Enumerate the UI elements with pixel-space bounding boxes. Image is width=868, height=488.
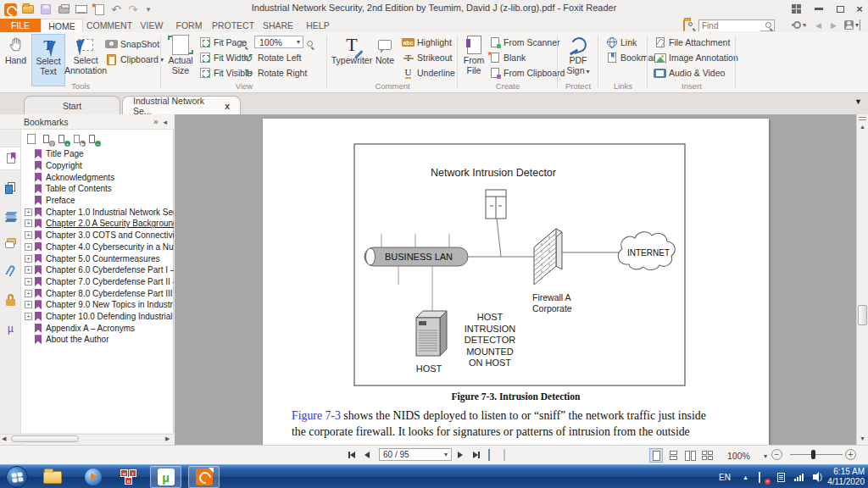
find-bookmark-icon[interactable]: ⚲: [40, 132, 53, 145]
highlight-button[interactable]: abc Highlight: [402, 36, 452, 49]
zoom-options-caret-icon[interactable]: ▾: [764, 452, 767, 460]
typewriter-button[interactable]: T Typewriter: [334, 34, 370, 66]
zoom-combo[interactable]: 100% ▾: [254, 36, 303, 48]
continuous-view-icon[interactable]: [666, 448, 680, 463]
strikeout-button[interactable]: T Strikeout: [402, 51, 452, 64]
bookmark-item[interactable]: +Chapter 9.0 New Topics in Industr: [21, 299, 174, 311]
bookmark-item[interactable]: +Chapter 10.0 Defending Industrial: [21, 311, 174, 323]
bookmark-item[interactable]: +Chapter 7.0 Cyberdefense Part II -: [21, 276, 174, 288]
taskbar-unikey-button[interactable]: u i n: [114, 466, 144, 488]
bookmark-item[interactable]: +Chapter 1.0 Industrial Network Sec: [21, 206, 174, 218]
link-button[interactable]: Link: [605, 36, 637, 49]
document-tab-close-icon[interactable]: x: [225, 101, 230, 111]
signature-panel-icon[interactable]: µ: [3, 321, 18, 336]
next-view-icon[interactable]: [504, 450, 505, 460]
layers-panel-icon[interactable]: [3, 209, 18, 224]
zoom-in-ribbon-icon[interactable]: [307, 38, 313, 48]
attachments-panel-icon[interactable]: [3, 263, 18, 278]
tab-file[interactable]: FILE: [0, 19, 41, 32]
zoom-slider[interactable]: [790, 454, 843, 455]
language-indicator[interactable]: EN: [719, 465, 731, 488]
bookmark-item[interactable]: +Chapter 4.0 Cybersecurity in a Nut: [21, 241, 174, 253]
bookmark-item[interactable]: +Chapter 5.0 Countermeasures: [21, 252, 174, 264]
next-page-button[interactable]: [458, 452, 463, 458]
scroll-down-icon[interactable]: ▼: [857, 435, 868, 441]
comments-panel-icon[interactable]: [3, 236, 18, 251]
bookmark-item[interactable]: +Chapter 6.0 Cyberdefense Part I –: [21, 264, 174, 276]
tab-protect[interactable]: PROTECT: [210, 19, 256, 32]
clipboard-button[interactable]: Clipboard ▾: [105, 53, 164, 66]
vscroll-thumb[interactable]: [858, 305, 867, 325]
from-file-button[interactable]: From File: [461, 34, 487, 75]
user-account-icon[interactable]: ▾: [844, 20, 859, 30]
bookmark-item[interactable]: Copyright: [21, 160, 174, 172]
bookmark-item[interactable]: +Chapter 8.0 Cyberdefense Part III: [21, 287, 174, 299]
blank-button[interactable]: Blank: [488, 51, 526, 64]
expand-icon[interactable]: +: [25, 255, 32, 263]
expand-icon[interactable]: +: [25, 208, 32, 216]
find-previous-icon[interactable]: ◀: [815, 21, 821, 30]
pages-panel-icon[interactable]: [3, 180, 18, 195]
taskbar-utorrent-button[interactable]: µ: [150, 466, 181, 488]
zoom-out-button[interactable]: −: [771, 449, 782, 460]
hscroll-right-icon[interactable]: ▶: [165, 435, 170, 442]
zoom-out-ribbon-icon[interactable]: [241, 38, 247, 48]
actual-size-button[interactable]: Actual Size: [166, 34, 195, 75]
facing-view-icon[interactable]: [683, 448, 697, 463]
volume-icon[interactable]: ): [811, 465, 822, 488]
underline-button[interactable]: U Underline: [402, 66, 455, 80]
expand-icon[interactable]: +: [25, 243, 32, 251]
bookmark-item[interactable]: Title Page: [21, 148, 174, 160]
close-icon[interactable]: ×: [850, 2, 868, 16]
from-scanner-button[interactable]: From Scanner: [488, 36, 560, 49]
search-folder-icon[interactable]: [683, 20, 685, 30]
bookmark-item-current[interactable]: +Chapter 2.0 A Security Background: [21, 218, 174, 230]
panel-expand-icon[interactable]: »: [153, 117, 159, 126]
tab-comment[interactable]: COMMENT: [85, 19, 134, 32]
from-clipboard-button[interactable]: From Clipboard: [488, 66, 565, 80]
expand-icon[interactable]: +: [25, 219, 32, 227]
note-button[interactable]: Note: [371, 34, 398, 66]
find-next-icon[interactable]: ▶: [831, 21, 837, 30]
clock[interactable]: 6:15 AM 4/11/2020: [827, 465, 865, 488]
image-annotation-button[interactable]: Image Annotation: [654, 51, 738, 64]
bookmark-item[interactable]: About the Author: [21, 334, 174, 346]
taskbar-explorer-button[interactable]: [37, 466, 68, 488]
find-search-icon[interactable]: [765, 22, 771, 28]
snapshot-button[interactable]: SnapShot: [105, 37, 159, 51]
bookmark-item[interactable]: Preface: [21, 195, 174, 207]
tab-home[interactable]: HOME: [41, 19, 83, 32]
pdf-sign-button[interactable]: PDF Sign▾: [561, 34, 595, 76]
start-button[interactable]: [6, 466, 28, 488]
bookmarks-panel-icon[interactable]: [3, 151, 18, 165]
taskbar-media-player-button[interactable]: [78, 466, 108, 488]
previous-view-icon[interactable]: [488, 450, 490, 460]
file-attachment-button[interactable]: File Attachment: [654, 36, 730, 49]
collapse-ribbon-icon[interactable]: [860, 20, 860, 30]
restore-icon[interactable]: [831, 2, 849, 16]
expand-icon[interactable]: +: [25, 301, 32, 308]
fit-page-button[interactable]: Fit Page: [198, 36, 247, 49]
security-panel-icon[interactable]: [3, 292, 18, 307]
expand-icon[interactable]: +: [25, 231, 32, 239]
audio-video-button[interactable]: Audio & Video: [654, 66, 725, 80]
rotate-left-button[interactable]: ↺ Rotate Left: [242, 51, 301, 64]
select-text-button[interactable]: T Select Text: [31, 34, 65, 86]
tab-start[interactable]: Start: [24, 96, 120, 114]
collapse-bookmarks-icon[interactable]: −: [86, 132, 98, 145]
tab-document[interactable]: Industrial Network Se... x: [122, 96, 241, 114]
add-bookmark-icon[interactable]: +: [55, 132, 68, 145]
hscroll-thumb[interactable]: [11, 435, 79, 442]
tab-share[interactable]: SHARE: [259, 19, 297, 32]
network-icon[interactable]: [794, 465, 804, 488]
hand-button[interactable]: Hand: [2, 34, 30, 66]
document-area[interactable]: Network Intrusion Detector: [175, 114, 856, 445]
tab-overflow-icon[interactable]: ▼: [854, 97, 862, 106]
panel-horizontal-scrollbar[interactable]: ◀ ▶: [0, 434, 174, 443]
hscroll-left-icon[interactable]: ◀: [2, 435, 6, 442]
expand-icon[interactable]: +: [25, 313, 32, 320]
page-number-input[interactable]: 60 / 95 ▾: [379, 448, 452, 461]
tab-form[interactable]: FORM: [172, 19, 206, 32]
taskbar-foxit-button[interactable]: [188, 466, 220, 488]
expand-current-bookmark-icon[interactable]: [25, 132, 37, 145]
